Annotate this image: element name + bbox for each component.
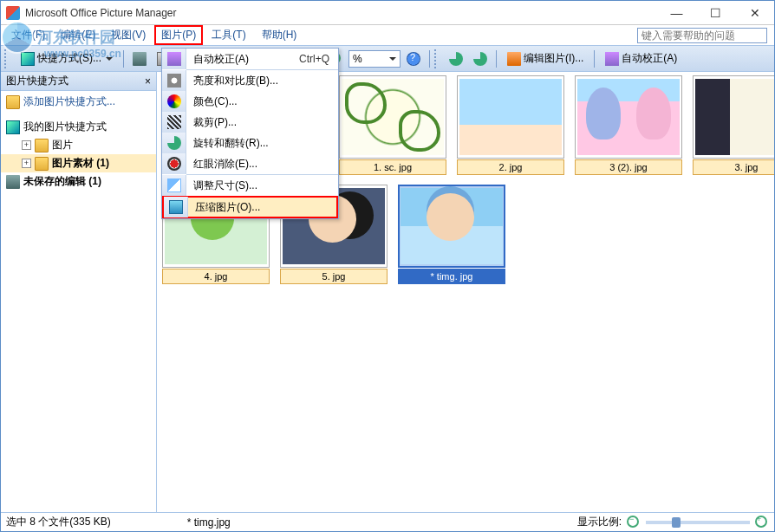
folder-icon <box>35 139 49 152</box>
separator <box>594 50 595 68</box>
menu-item-label: 压缩图片(O)... <box>188 200 328 215</box>
save-button[interactable] <box>128 49 151 68</box>
shortcut-icon <box>6 120 20 134</box>
thumbnail-image <box>695 79 774 155</box>
chevron-down-icon <box>389 57 396 61</box>
thumbnail-item[interactable]: * timg. jpg <box>398 185 505 284</box>
menu-item-label: 自动校正(A) <box>186 52 299 67</box>
resize-icon <box>167 178 181 192</box>
menu-crop[interactable]: 裁剪(P)... <box>162 112 338 133</box>
redeye-icon <box>167 157 181 171</box>
toolbar-grip[interactable] <box>4 49 11 68</box>
thumbnail-caption: * timg. jpg <box>398 269 505 284</box>
rotate-right-button[interactable] <box>469 49 492 68</box>
menu-compress-picture[interactable]: 压缩图片(O)... <box>162 196 338 218</box>
menu-item-label: 红眼消除(E)... <box>186 157 329 172</box>
menu-view[interactable]: 视图(V) <box>104 25 153 45</box>
thumbnail-image <box>459 79 562 155</box>
zoom-combo[interactable]: % <box>348 50 401 68</box>
zoom-out-status-button[interactable] <box>627 516 641 529</box>
help-button[interactable] <box>402 49 425 68</box>
crop-icon <box>167 115 181 129</box>
menu-red-eye[interactable]: 红眼消除(E)... <box>162 153 338 174</box>
separator <box>496 50 497 68</box>
brightness-icon <box>167 74 181 88</box>
menu-item-label: 颜色(C)... <box>186 94 329 109</box>
rotate-left-button[interactable] <box>445 49 467 68</box>
expand-button[interactable]: + <box>22 159 31 168</box>
minimize-button[interactable]: — <box>657 1 696 25</box>
chevron-down-icon <box>106 57 113 61</box>
menu-file[interactable]: 文件(F) <box>4 25 52 45</box>
tree-item-label: 图片 <box>52 138 73 152</box>
sidebar-close-button[interactable]: × <box>145 75 151 88</box>
tree-root[interactable]: 我的图片快捷方式 <box>1 118 156 136</box>
shortcut-label: 快捷方式(S)... <box>37 51 101 66</box>
sidebar: 图片快捷方式 × 添加图片快捷方式... 我的图片快捷方式 + 图片 + 图片素… <box>1 72 157 512</box>
folder-icon <box>6 95 20 109</box>
thumbnail-caption: 3 (2). jpg <box>575 159 682 175</box>
compress-icon <box>169 200 183 214</box>
edit-icon <box>507 52 521 66</box>
shortcut-button[interactable]: 快捷方式(S)... <box>15 49 119 68</box>
thumbnail-image <box>577 79 680 155</box>
thumbnail-item[interactable]: 2. jpg <box>457 75 564 175</box>
tree-root-label: 我的图片快捷方式 <box>23 120 107 134</box>
menu-brightness-contrast[interactable]: 亮度和对比度(B)... <box>162 70 338 91</box>
thumbnail-caption: 5. jpg <box>280 269 388 284</box>
menu-rotate-flip[interactable]: 旋转和翻转(R)... <box>162 133 338 153</box>
rotate-right-icon <box>473 52 487 66</box>
zoom-label: 显示比例: <box>577 515 622 529</box>
thumbnail-frame <box>693 75 774 159</box>
toolbar-grip[interactable] <box>434 49 441 68</box>
folder-icon <box>35 157 49 171</box>
thumbnail-frame <box>398 185 505 268</box>
thumbnail-item[interactable]: 3 (2). jpg <box>575 75 682 175</box>
close-button[interactable]: ✕ <box>735 1 774 25</box>
menu-tools[interactable]: 工具(T) <box>205 25 252 45</box>
rotate-left-icon <box>449 52 463 66</box>
thumbnail-frame <box>457 75 564 159</box>
thumbnail-image <box>342 79 444 155</box>
menu-picture[interactable]: 图片(P) <box>154 25 203 45</box>
disk-icon <box>6 175 20 189</box>
menu-item-label: 旋转和翻转(R)... <box>186 136 329 151</box>
rotate-icon <box>167 136 181 150</box>
status-bar: 选中 8 个文件(335 KB) * timg.jpg 显示比例: <box>1 512 774 531</box>
zoom-in-status-button[interactable] <box>755 516 769 529</box>
help-search-box[interactable] <box>637 28 767 43</box>
slider-thumb[interactable] <box>672 517 681 528</box>
help-search-input[interactable] <box>637 28 767 43</box>
picture-menu-dropdown: 自动校正(A) Ctrl+Q 亮度和对比度(B)... 颜色(C)... 裁剪(… <box>161 48 339 219</box>
body: 图片快捷方式 × 添加图片快捷方式... 我的图片快捷方式 + 图片 + 图片素… <box>1 72 774 512</box>
menu-help[interactable]: 帮助(H) <box>255 25 304 45</box>
expand-button[interactable]: + <box>22 140 31 150</box>
thumbnail-item[interactable]: 3. jpg <box>693 75 774 175</box>
color-icon <box>167 94 181 108</box>
tree-unsaved[interactable]: 未保存的编辑 (1) <box>1 172 156 191</box>
edit-picture-button[interactable]: 编辑图片(I)... <box>501 49 589 68</box>
auto-correct-icon <box>167 52 181 66</box>
thumbnail-item[interactable]: 1. sc. jpg <box>339 75 446 175</box>
menu-edit[interactable]: 编辑(E) <box>54 25 102 45</box>
menu-item-accel: Ctrl+Q <box>299 53 329 65</box>
status-right: 显示比例: <box>577 515 769 529</box>
app-icon <box>6 6 20 20</box>
tree-item-material[interactable]: + 图片素材 (1) <box>1 154 156 172</box>
menu-resize[interactable]: 调整尺寸(S)... <box>162 175 338 196</box>
thumbnail-caption: 4. jpg <box>162 269 270 284</box>
auto-correct-button[interactable]: 自动校正(A) <box>599 49 683 68</box>
maximize-button[interactable]: ☐ <box>696 1 735 25</box>
shortcut-tree: 我的图片快捷方式 + 图片 + 图片素材 (1) 未保存的编辑 (1) <box>1 118 156 191</box>
zoom-slider[interactable] <box>646 521 750 524</box>
add-shortcut-label: 添加图片快捷方式... <box>23 94 115 109</box>
tree-unsaved-label: 未保存的编辑 (1) <box>23 175 101 187</box>
add-shortcut-link[interactable]: 添加图片快捷方式... <box>1 91 156 113</box>
help-icon <box>407 52 420 66</box>
thumbnail-frame <box>339 75 446 159</box>
toolbar: 快捷方式(S)... % 编辑图片(I)... 自动校正(A) <box>1 46 774 72</box>
tree-item-pictures[interactable]: + 图片 <box>1 136 156 154</box>
menu-color[interactable]: 颜色(C)... <box>162 91 338 112</box>
separator <box>429 50 430 68</box>
menu-auto-correct[interactable]: 自动校正(A) Ctrl+Q <box>162 49 338 69</box>
